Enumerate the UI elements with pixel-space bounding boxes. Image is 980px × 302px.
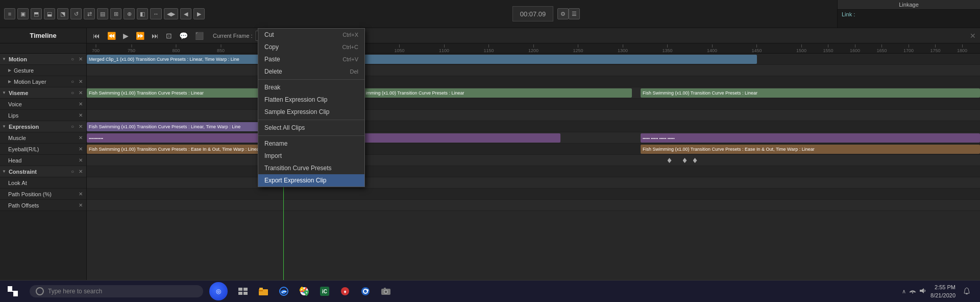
taskbar-app-extra[interactable]: ♦ — [336, 282, 354, 300]
expression-clip-1[interactable]: Fish Swimming (x1.00) Transition Curve P… — [87, 122, 283, 131]
notes-btn[interactable]: ☰ — [569, 8, 580, 19]
track-timeline-voice[interactable] — [87, 99, 980, 110]
network-icon — [909, 287, 916, 295]
ctx-transition[interactable]: Transition Curve Presets — [258, 162, 364, 174]
toolbar-btn-swap[interactable]: ⇄ — [84, 8, 95, 19]
motion-clip-1[interactable]: Merged Clip_1 (x1.00) Transition Curve P… — [87, 55, 757, 64]
path-position-del-btn[interactable]: ✕ — [77, 191, 84, 198]
constraint-vis-btn[interactable]: ○ — [69, 168, 76, 175]
motion-layer-del-btn[interactable]: ✕ — [77, 78, 84, 85]
track-timeline-gesture[interactable] — [87, 65, 980, 76]
viseme-clip-3[interactable]: Fish Swimming (x1.00) Transition Curve P… — [641, 88, 980, 98]
head-del-btn[interactable]: ✕ — [77, 157, 84, 164]
muscle-clip-3[interactable]: ••••• ••••• ••••• ••••• — [641, 133, 980, 143]
taskbar-app-chrome[interactable] — [295, 282, 313, 300]
play-end-btn[interactable]: ⏭ — [150, 31, 161, 41]
next-frame-btn[interactable]: ⏩ — [134, 31, 146, 41]
expand-gesture-arrow[interactable]: ▶ — [8, 68, 11, 73]
toolbar-btn-lines[interactable]: ▤ — [97, 8, 108, 19]
toolbar-btn-5[interactable]: ⬔ — [57, 8, 68, 19]
track-timeline-lips[interactable] — [87, 110, 980, 121]
motion-layer-vis-btn[interactable]: ○ — [69, 78, 76, 85]
timeline-close-btn[interactable]: ✕ — [970, 32, 976, 40]
taskbar-app-file-explorer[interactable] — [254, 282, 273, 300]
notification-button[interactable] — [960, 284, 974, 298]
play-btn[interactable]: ▶ — [121, 31, 131, 41]
expand-tray-btn[interactable]: ∧ — [902, 288, 906, 295]
expand-viseme-arrow[interactable]: ▼ — [2, 90, 6, 95]
expand-constraint-arrow[interactable]: ▼ — [2, 169, 6, 174]
cortana-button[interactable]: ◎ — [209, 282, 228, 300]
toolbar-btn-grid2[interactable]: ⊞ — [110, 8, 121, 19]
viseme-clip-2[interactable]: imming (x1.00) Transition Curve Presets … — [364, 88, 632, 98]
play-start-btn[interactable]: ⏮ — [91, 31, 102, 41]
muscle-clip-1[interactable]: •••••••••• — [87, 133, 283, 143]
settings-btn[interactable]: ⚙ — [557, 8, 569, 19]
voice-del-btn[interactable]: ✕ — [77, 101, 84, 108]
ctx-sample[interactable]: Sample Expression Clip — [258, 106, 364, 118]
ctx-rename[interactable]: Rename — [258, 137, 364, 150]
start-button[interactable] — [0, 281, 26, 303]
toolbar-btn-expand[interactable]: ↔ — [150, 8, 162, 19]
expand-expression-arrow[interactable]: ▼ — [2, 124, 6, 129]
toolbar-btn-next[interactable]: ▶ — [193, 8, 205, 19]
motion-del-btn[interactable]: ✕ — [77, 56, 84, 63]
lips-del-btn[interactable]: ✕ — [77, 112, 84, 119]
ctx-cut[interactable]: Cut Ctrl+X — [258, 29, 364, 41]
taskbar-app-camera[interactable] — [377, 282, 395, 300]
taskbar-app-blender[interactable] — [356, 282, 375, 300]
ctx-delete[interactable]: Delete Del — [258, 65, 364, 78]
track-timeline-constraint[interactable] — [87, 166, 980, 177]
eyeball-del-btn[interactable]: ✕ — [77, 146, 84, 153]
track-timeline-motion[interactable]: Merged Clip_1 (x1.00) Transition Curve P… — [87, 54, 980, 65]
record-btn[interactable]: ⬛ — [193, 31, 206, 41]
ctx-export[interactable]: Export Expression Clip — [258, 174, 364, 187]
taskbar-app-iclone[interactable]: iC — [315, 282, 334, 300]
track-timeline-head[interactable] — [87, 155, 980, 166]
taskbar-clock[interactable]: 2:55 PM 8/21/2020 — [930, 283, 955, 300]
path-offsets-del-btn[interactable]: ✕ — [77, 202, 84, 209]
track-timeline-path-position[interactable] — [87, 189, 980, 200]
toolbar-btn-add[interactable]: ⊕ — [124, 8, 135, 19]
expand-motion-arrow[interactable]: ▼ — [2, 57, 6, 61]
motion-vis-btn[interactable]: ○ — [69, 56, 76, 63]
expression-del-btn[interactable]: ✕ — [77, 123, 84, 130]
track-timeline-eyeball[interactable]: Fish Swimming (x1.00) Transition Curve P… — [87, 144, 980, 155]
taskbar-app-task-view[interactable] — [234, 282, 252, 300]
viseme-del-btn[interactable]: ✕ — [77, 89, 84, 97]
muscle-del-btn[interactable]: ✕ — [77, 134, 84, 142]
eyeball-clip-1[interactable]: Fish Swimming (x1.00) Transition Curve P… — [87, 145, 283, 154]
track-timeline-expression[interactable]: Fish Swimming (x1.00) Transition Curve P… — [87, 121, 980, 132]
constraint-del-btn[interactable]: ✕ — [77, 168, 84, 175]
ctx-flatten[interactable]: Flatten Expression Clip — [258, 94, 364, 106]
taskbar-search[interactable]: Type here to search — [30, 285, 203, 297]
toolbar-btn-prev[interactable]: ◀ — [180, 8, 191, 19]
toolbar-btn-3[interactable]: ⬒ — [31, 8, 42, 19]
prev-frame-btn[interactable]: ⏪ — [105, 31, 118, 41]
toolbar-btn-panel[interactable]: ◧ — [137, 8, 148, 19]
ruler-mark-1750: 1750 — [930, 44, 940, 53]
ctx-import[interactable]: Import — [258, 150, 364, 162]
track-timeline-path-offsets[interactable] — [87, 200, 980, 211]
eyeball-clip-2[interactable]: Fish Swimming (x1.00) Transition Curve P… — [641, 145, 980, 154]
track-timeline-muscle[interactable]: •••••••••• ••••• ••••• ••••• ••••• •••••… — [87, 132, 980, 144]
ctx-select-all[interactable]: Select All Clips — [258, 122, 364, 134]
viseme-vis-btn[interactable]: ○ — [69, 89, 76, 97]
ctx-copy[interactable]: Copy Ctrl+C — [258, 41, 364, 53]
toolbar-btn-grid[interactable]: ▣ — [17, 8, 29, 19]
toolbar-btn-list[interactable]: ≡ — [4, 8, 15, 19]
loop-btn[interactable]: ⊡ — [164, 31, 174, 41]
ctx-break[interactable]: Break — [258, 81, 364, 94]
ctx-paste[interactable]: Paste Ctrl+V — [258, 53, 364, 65]
toolbar-btn-prev-next[interactable]: ◀▶ — [164, 8, 178, 19]
track-timeline-motion-layer[interactable] — [87, 76, 980, 87]
voice-controls: ✕ — [77, 101, 84, 108]
expression-vis-btn[interactable]: ○ — [69, 123, 76, 130]
track-timeline-viseme[interactable]: Fish Swimming (x1.00) Transition Curve P… — [87, 87, 980, 99]
toolbar-btn-undo[interactable]: ↺ — [70, 8, 82, 19]
toolbar-btn-4[interactable]: ⬓ — [44, 8, 55, 19]
expand-motion-layer-arrow[interactable]: ▶ — [8, 79, 11, 84]
speech-btn[interactable]: 💬 — [177, 31, 190, 41]
taskbar-app-edge[interactable] — [275, 282, 293, 300]
track-timeline-look-at[interactable] — [87, 177, 980, 189]
